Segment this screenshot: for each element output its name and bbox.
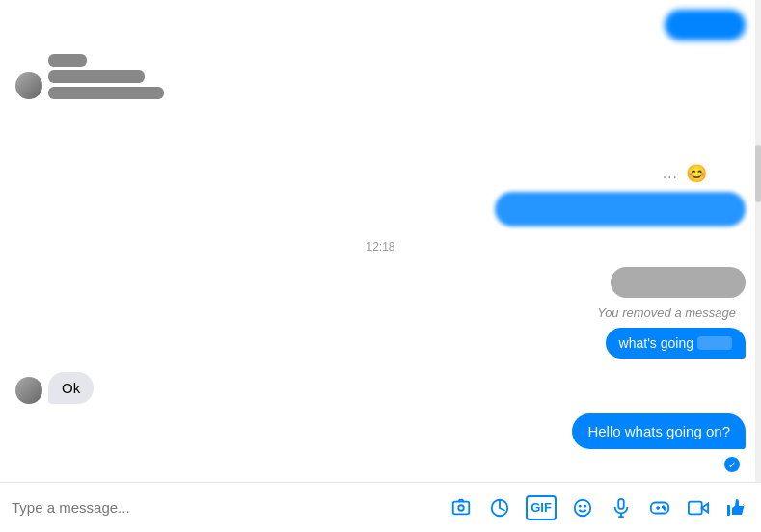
blurred-line-1 xyxy=(48,54,87,66)
toolbar: GIF xyxy=(0,482,761,532)
timestamp-1218: 12:18 xyxy=(15,240,746,253)
msg-row-whats-going: what's going xyxy=(15,328,746,359)
reaction-row: ... 😊 xyxy=(15,163,746,184)
blurred-bubble-top xyxy=(665,10,746,40)
blur-text-block xyxy=(697,336,732,350)
avatar-ok xyxy=(15,377,42,404)
svg-rect-6 xyxy=(618,498,624,508)
photo-icon[interactable] xyxy=(448,495,474,520)
games-icon[interactable] xyxy=(647,495,672,520)
like-icon[interactable] xyxy=(724,495,749,520)
msg-row-right-small xyxy=(15,267,746,298)
removed-notice: You removed a message xyxy=(15,306,746,320)
svg-point-3 xyxy=(575,499,591,516)
msg-row-left-blurred xyxy=(15,54,746,99)
sticker-icon[interactable] xyxy=(487,495,512,520)
delivered-row: ✓ xyxy=(15,457,746,472)
msg-row-ok: Ok xyxy=(15,372,746,404)
avatar-left xyxy=(15,72,42,99)
blurred-line-3 xyxy=(48,87,164,99)
delivered-icon: ✓ xyxy=(724,457,740,472)
bubble-ok: Ok xyxy=(48,372,94,404)
msg-row-top-right xyxy=(15,10,746,40)
message-input[interactable] xyxy=(12,499,439,516)
camera-icon[interactable] xyxy=(686,495,711,520)
blurred-line-2 xyxy=(48,70,145,83)
small-blurred-bubble xyxy=(611,267,746,298)
gif-icon[interactable]: GIF xyxy=(526,495,557,520)
reaction-dots: ... xyxy=(663,165,678,182)
svg-point-1 xyxy=(458,505,464,511)
mic-icon[interactable] xyxy=(609,495,634,520)
scrollbar-track[interactable] xyxy=(755,0,761,482)
bubble-hello: Hello whats going on? xyxy=(572,413,746,449)
whats-going-text: what's going xyxy=(619,335,693,351)
toolbar-icons: GIF xyxy=(448,495,749,520)
scrollbar-thumb[interactable] xyxy=(755,145,761,202)
bubble-whats-going: what's going xyxy=(606,328,746,359)
emoji-icon[interactable] xyxy=(570,495,595,520)
reaction-emoji: 😊 xyxy=(686,163,707,184)
chat-area: ... 😊 12:18 You removed a message what's… xyxy=(0,0,761,482)
msg-row-hello: Hello whats going on? xyxy=(15,413,746,449)
svg-rect-0 xyxy=(453,501,470,514)
left-blurred-group xyxy=(48,54,164,99)
big-blurred-bubble xyxy=(495,192,746,226)
svg-rect-14 xyxy=(689,501,702,514)
msg-row-right-big xyxy=(15,192,746,226)
svg-point-13 xyxy=(665,508,666,510)
